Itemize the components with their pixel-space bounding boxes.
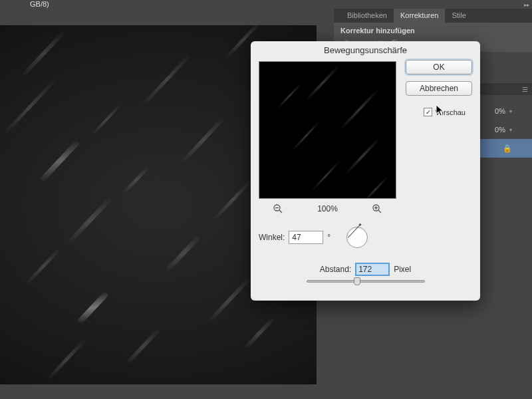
distance-input[interactable] [355, 263, 390, 276]
zoom-level: 100% [317, 204, 338, 213]
chevron-down-icon[interactable]: ▾ [509, 127, 512, 133]
degree-symbol: ° [327, 233, 331, 242]
distance-row: Abstand: Pixel [259, 263, 472, 276]
preview-checkbox[interactable]: ✓ [424, 108, 432, 116]
layer-value-1: 0% [495, 107, 505, 115]
angle-label: Winkel: [259, 233, 285, 242]
tab-bibliotheken[interactable]: Bibliotheken [340, 9, 394, 23]
preview-checkbox-row[interactable]: ✓ Vorschau [424, 108, 466, 116]
tab-korrekturen[interactable]: Korrekturen [394, 9, 445, 23]
svg-line-1 [279, 210, 282, 213]
svg-line-4 [378, 210, 381, 213]
dialog-title: Bewegungsunschärfe [251, 41, 480, 58]
tab-stile[interactable]: Stile [445, 9, 472, 23]
angle-row: Winkel: ° [259, 227, 472, 248]
distance-unit: Pixel [394, 265, 411, 274]
zoom-controls: 100% [259, 203, 396, 215]
layer-value-2: 0% [495, 126, 505, 134]
document-tab-title: GB/8) [0, 0, 49, 10]
cancel-button[interactable]: Abbrechen [406, 81, 472, 96]
motion-blur-dialog: Bewegungsunschärfe 100% Winkel: ° [251, 41, 480, 301]
distance-slider[interactable] [307, 280, 425, 283]
dialog-buttons: OK Abbrechen [406, 60, 472, 96]
ok-button[interactable]: OK [406, 60, 472, 74]
zoom-out-icon[interactable] [272, 203, 284, 215]
adjustments-title: Korrektur hinzufügen [340, 27, 525, 35]
angle-input[interactable] [289, 231, 323, 244]
angle-dial[interactable] [346, 227, 368, 248]
panel-collapse-icon[interactable]: ▸▸ [524, 2, 529, 8]
adjustments-panel-tabs: Bibliotheken Korrekturen Stile [334, 9, 532, 23]
preview-checkbox-label: Vorschau [435, 108, 466, 116]
zoom-in-icon[interactable] [371, 203, 383, 215]
distance-slider-thumb[interactable] [354, 277, 360, 285]
filter-preview[interactable] [259, 61, 396, 199]
panel-menu-icon[interactable]: ☰ [522, 86, 528, 93]
lock-icon: 🔒 [503, 144, 512, 153]
chevron-down-icon[interactable]: ▾ [509, 108, 512, 114]
distance-label: Abstand: [320, 265, 351, 274]
